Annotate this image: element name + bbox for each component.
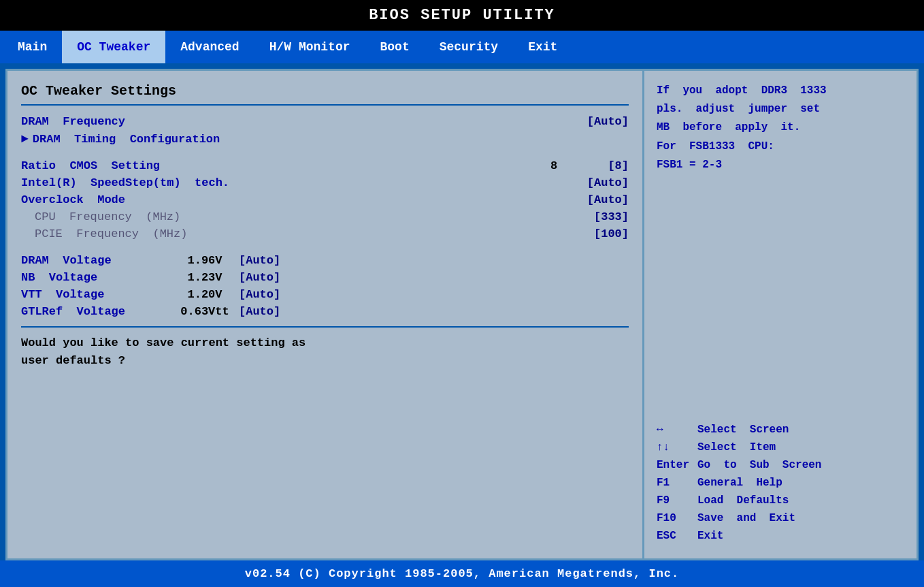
dram-voltage-value: [Auto] xyxy=(239,254,629,267)
tab-advanced[interactable]: Advanced xyxy=(165,31,254,63)
overclock-mode-value: [Auto] xyxy=(574,193,629,206)
dram-timing-arrow: ► xyxy=(21,132,29,146)
key-row-f1: F1 General Help xyxy=(657,477,904,489)
dram-voltage-mid: 1.96V xyxy=(171,254,239,267)
key-desc-f1: General Help xyxy=(697,477,904,489)
tab-oc-tweaker[interactable]: OC Tweaker xyxy=(62,31,165,63)
key-symbol-updown: ↑↓ xyxy=(657,441,697,454)
key-desc-enter: Go to Sub Screen xyxy=(697,459,904,471)
vtt-voltage-row[interactable]: VTT Voltage 1.20V [Auto] xyxy=(21,288,629,301)
bottom-text-line2: user defaults ? xyxy=(21,354,125,367)
cpu-freq-row[interactable]: CPU Frequency (MHz) [333] xyxy=(21,210,629,223)
help-text: If you adopt DDR3 1333 pls. adjust jumpe… xyxy=(657,82,904,174)
ratio-cmos-mid: 8 xyxy=(533,159,574,172)
key-desc-select-item: Select Item xyxy=(697,441,904,454)
gtlref-voltage-value: [Auto] xyxy=(239,305,629,318)
gtlref-voltage-label: GTLRef Voltage xyxy=(21,305,171,318)
pcie-freq-row[interactable]: PCIE Frequency (MHz) [100] xyxy=(21,227,629,240)
key-desc-esc: Exit xyxy=(697,530,904,542)
key-desc-f10: Save and Exit xyxy=(697,512,904,524)
left-panel: OC Tweaker Settings DRAM Frequency [Auto… xyxy=(7,71,644,558)
speedstep-row[interactable]: Intel(R) SpeedStep(tm) tech. [Auto] xyxy=(21,176,629,189)
nav-bar: Main OC Tweaker Advanced H/W Monitor Boo… xyxy=(0,31,924,63)
dram-voltage-label: DRAM Voltage xyxy=(21,254,171,267)
ratio-cmos-row[interactable]: Ratio CMOS Setting 8 [8] xyxy=(21,159,629,172)
gtlref-voltage-row[interactable]: GTLRef Voltage 0.63Vtt [Auto] xyxy=(21,305,629,318)
speedstep-value: [Auto] xyxy=(574,176,629,189)
key-symbol-esc: ESC xyxy=(657,530,697,542)
key-row-select-screen: ↔ Select Screen xyxy=(657,424,904,436)
right-panel: If you adopt DDR3 1333 pls. adjust jumpe… xyxy=(644,71,917,558)
cpu-freq-label: CPU Frequency (MHz) xyxy=(21,210,574,223)
key-desc-select-screen: Select Screen xyxy=(697,424,904,436)
tab-exit[interactable]: Exit xyxy=(513,31,572,63)
cpu-freq-value: [333] xyxy=(574,210,629,223)
key-symbol-arrows: ↔ xyxy=(657,424,697,436)
key-desc-f9: Load Defaults xyxy=(697,494,904,507)
dram-frequency-row[interactable]: DRAM Frequency [Auto] xyxy=(21,115,629,128)
footer: v02.54 (C) Copyright 1985-2005, American… xyxy=(0,560,924,587)
tab-main[interactable]: Main xyxy=(3,31,62,63)
bottom-text-line1: Would you like to save current setting a… xyxy=(21,336,306,349)
key-row-select-item: ↑↓ Select Item xyxy=(657,441,904,454)
nb-voltage-label: NB Voltage xyxy=(21,271,171,284)
section-title: OC Tweaker Settings xyxy=(21,83,629,99)
key-row-esc: ESC Exit xyxy=(657,530,904,542)
nb-voltage-mid: 1.23V xyxy=(171,271,239,284)
key-help-section: ↔ Select Screen ↑↓ Select Item Enter Go … xyxy=(657,424,904,548)
key-row-f10: F10 Save and Exit xyxy=(657,512,904,524)
tab-hw-monitor[interactable]: H/W Monitor xyxy=(254,31,365,63)
dram-frequency-value: [Auto] xyxy=(574,115,629,128)
dram-frequency-label: DRAM Frequency xyxy=(21,115,574,128)
ratio-cmos-value: [8] xyxy=(574,159,629,172)
vtt-voltage-value: [Auto] xyxy=(239,288,629,301)
bios-title: BIOS SETUP UTILITY xyxy=(0,0,924,31)
key-symbol-f1: F1 xyxy=(657,477,697,489)
nb-voltage-value: [Auto] xyxy=(239,271,629,284)
overclock-mode-label: Overclock Mode xyxy=(21,193,574,206)
speedstep-label: Intel(R) SpeedStep(tm) tech. xyxy=(21,176,574,189)
dram-voltage-row[interactable]: DRAM Voltage 1.96V [Auto] xyxy=(21,254,629,267)
key-row-enter: Enter Go to Sub Screen xyxy=(657,459,904,471)
dram-timing-row[interactable]: ► DRAM Timing Configuration xyxy=(21,132,629,146)
key-symbol-enter: Enter xyxy=(657,459,697,471)
key-symbol-f10: F10 xyxy=(657,512,697,524)
pcie-freq-label: PCIE Frequency (MHz) xyxy=(21,227,574,240)
dram-timing-label: DRAM Timing Configuration xyxy=(33,133,629,146)
content-area: OC Tweaker Settings DRAM Frequency [Auto… xyxy=(5,69,919,560)
vtt-voltage-mid: 1.20V xyxy=(171,288,239,301)
ratio-cmos-label: Ratio CMOS Setting xyxy=(21,159,533,172)
key-row-f9: F9 Load Defaults xyxy=(657,494,904,507)
nb-voltage-row[interactable]: NB Voltage 1.23V [Auto] xyxy=(21,271,629,284)
vtt-voltage-label: VTT Voltage xyxy=(21,288,171,301)
pcie-freq-value: [100] xyxy=(574,227,629,240)
key-symbol-f9: F9 xyxy=(657,494,697,507)
bottom-text: Would you like to save current setting a… xyxy=(21,334,629,369)
tab-boot[interactable]: Boot xyxy=(365,31,425,63)
gtlref-voltage-mid: 0.63Vtt xyxy=(171,305,239,318)
tab-security[interactable]: Security xyxy=(425,31,513,63)
overclock-mode-row[interactable]: Overclock Mode [Auto] xyxy=(21,193,629,206)
